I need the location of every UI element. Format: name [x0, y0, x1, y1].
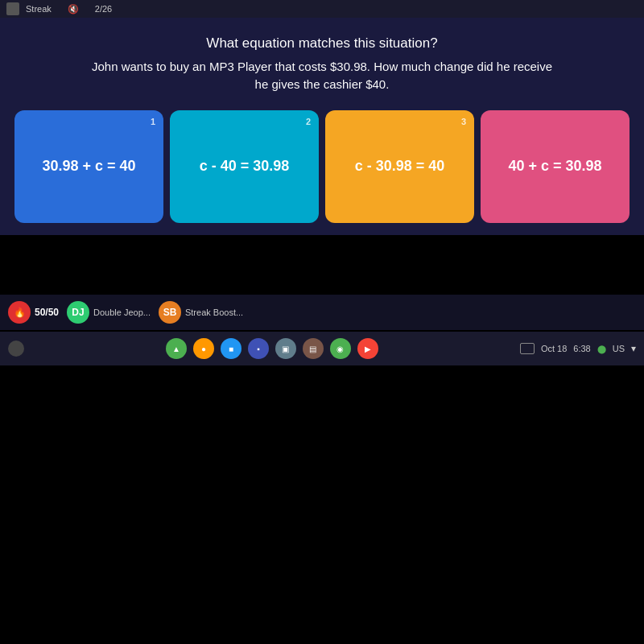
double-jeopardy-item[interactable]: DJ Double Jeop...: [67, 301, 151, 324]
app-icon-1[interactable]: ▲: [166, 338, 187, 359]
question-line2: he gives the cashier $40.: [255, 77, 390, 91]
black-area: [0, 365, 644, 644]
card-number-3: 3: [461, 117, 466, 126]
answer-card-1[interactable]: 1 30.98 + c = 40: [14, 110, 163, 223]
browser-icon: [6, 2, 19, 15]
screen-icon: [520, 343, 535, 354]
card-text-3: c - 30.98 = 40: [347, 150, 453, 183]
tray-right: Oct 18 6:38 ⬤ US ▾: [520, 343, 636, 354]
streak-boost-icon: SB: [159, 301, 181, 324]
streak-boost-label: Streak Boost...: [185, 308, 243, 317]
app-icon-2[interactable]: ●: [193, 338, 214, 359]
taskbar: 🔥 50/50 DJ Double Jeop... SB Streak Boos…: [0, 295, 644, 330]
app-icon-5[interactable]: ▣: [275, 338, 296, 359]
progress-label: 2/26: [95, 4, 112, 14]
cards-grid: 1 30.98 + c = 40 2 c - 40 = 30.98 3 c - …: [8, 110, 636, 223]
score-icon: 🔥: [8, 301, 31, 324]
streak-label: Streak: [26, 4, 52, 14]
app-icon-chrome[interactable]: ◉: [330, 338, 351, 359]
app-icon-4[interactable]: ▪: [248, 338, 269, 359]
main-content: What equation matches this situation? Jo…: [0, 18, 644, 235]
wifi-icon: ▾: [631, 343, 636, 354]
tray-app-icons: ▲ ● ■ ▪ ▣ ▤ ◉ ▶: [166, 338, 378, 359]
card-text-1: 30.98 + c = 40: [34, 150, 143, 183]
streak-boost-item[interactable]: SB Streak Boost...: [159, 301, 243, 324]
system-tray: ▲ ● ■ ▪ ▣ ▤ ◉ ▶ Oct 18 6:38 ⬤ US ▾: [0, 332, 644, 365]
sound-icon: 🔇: [68, 4, 79, 14]
card-number-1: 1: [151, 117, 155, 126]
double-jeopardy-label: Double Jeop...: [93, 308, 151, 317]
card-number-2: 2: [306, 117, 311, 126]
answer-card-3[interactable]: 3 c - 30.98 = 40: [325, 110, 474, 223]
app-icon-3[interactable]: ■: [221, 338, 242, 359]
card-text-4: 40 + c = 30.98: [500, 150, 609, 183]
question-body: John wants to buy an MP3 Player that cos…: [8, 58, 636, 94]
tray-time: 6:38: [573, 344, 590, 353]
app-icon-6[interactable]: ▤: [303, 338, 324, 359]
top-bar: Streak 🔇 2/26: [0, 0, 644, 18]
answer-card-2[interactable]: 2 c - 40 = 30.98: [170, 110, 319, 223]
app-icon-7[interactable]: ▶: [357, 338, 378, 359]
card-text-2: c - 40 = 30.98: [192, 150, 298, 183]
score-item: 🔥 50/50: [8, 301, 59, 324]
double-jeopardy-icon: DJ: [67, 301, 89, 324]
answer-card-4[interactable]: 40 + c = 30.98: [481, 110, 630, 223]
battery-icon: ⬤: [597, 345, 606, 353]
question-line1: John wants to buy an MP3 Player that cos…: [92, 60, 552, 73]
region-label: US: [613, 344, 625, 353]
score-value: 50/50: [35, 307, 59, 318]
tray-date: Oct 18: [541, 344, 567, 353]
tray-home-button[interactable]: [8, 341, 24, 357]
question-title: What equation matches this situation?: [8, 34, 636, 53]
